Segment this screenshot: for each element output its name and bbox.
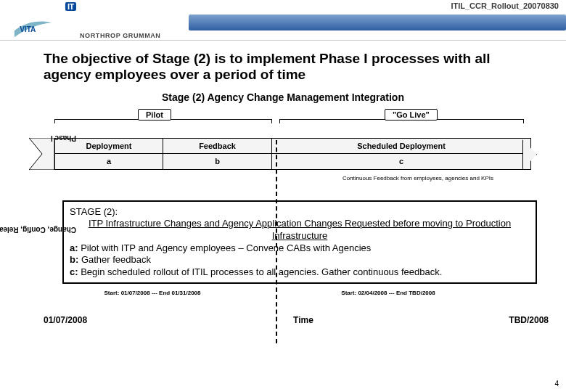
segment-c-top: Scheduled Deployment bbox=[272, 139, 530, 154]
axis-label: Time bbox=[131, 315, 476, 325]
vita-partnership-logo: IT bbox=[65, 2, 78, 11]
svg-text:VITA: VITA bbox=[20, 25, 36, 33]
pilot-date-range: Start: 01/07/2008 --- End 01/31/2008 bbox=[65, 290, 239, 296]
stage-description-box: STAGE (2): ITP Infrastructure Changes an… bbox=[62, 200, 537, 285]
timeline-chart: Pilot "Go Live" Deployment a Feedback b … bbox=[29, 106, 537, 193]
segment-c-bottom: c bbox=[272, 153, 530, 169]
stage-box-title: STAGE (2): bbox=[70, 206, 530, 219]
northrop-grumman-logo: NORTHROP GRUMMAN bbox=[80, 32, 160, 39]
arrow-body: Deployment a Feedback b Scheduled Deploy… bbox=[54, 138, 531, 170]
chart-title: Stage (2) Agency Change Management Integ… bbox=[0, 91, 566, 103]
slide-header: ITIL_CCR_Rollout_20070830 IT NORTHROP GR… bbox=[0, 0, 566, 41]
time-axis: 01/07/2008 Time TBD/2008 bbox=[44, 315, 549, 325]
golive-date-range: Start: 02/04/2008 --- End TBD/2008 bbox=[239, 290, 537, 296]
page-number: 4 bbox=[554, 380, 559, 388]
stage-step-a: a: Pilot with ITP and Agency employees –… bbox=[70, 242, 530, 255]
segment-a: Deployment a bbox=[54, 138, 163, 170]
stage-box-subtitle: ITP Infrastructure Changes and Agency Ap… bbox=[70, 218, 530, 242]
segment-b-top: Feedback bbox=[163, 139, 271, 154]
stage-description-row: Change, Config, Release Phase I STAGE (2… bbox=[44, 200, 537, 285]
segment-a-bottom: a bbox=[55, 153, 163, 169]
slide-headline: The objective of Stage (2) is to impleme… bbox=[44, 51, 537, 83]
segment-c: Scheduled Deployment c bbox=[272, 138, 531, 170]
date-range-row: Start: 01/07/2008 --- End 01/31/2008 Sta… bbox=[65, 290, 537, 296]
segment-b: Feedback b bbox=[163, 138, 272, 170]
phase-rotated-label: Change, Config, Release Phase I bbox=[44, 200, 62, 285]
golive-label: "Go Live" bbox=[385, 109, 438, 121]
pilot-label: Pilot bbox=[138, 109, 171, 121]
document-id: ITIL_CCR_Rollout_20070830 bbox=[451, 1, 559, 10]
axis-end-date: TBD/2008 bbox=[476, 315, 549, 325]
stage-step-b: b: Gather feedback bbox=[70, 254, 530, 266]
continuous-feedback-note: Continuous Feedback from employees, agen… bbox=[343, 175, 493, 181]
segment-b-bottom: b bbox=[163, 153, 271, 169]
logo-mark-icon: IT bbox=[65, 2, 76, 11]
header-decorative-bar bbox=[189, 15, 566, 30]
divider-vline bbox=[276, 140, 277, 343]
axis-start-date: 01/07/2008 bbox=[44, 315, 131, 325]
stage-step-c: c: Begin scheduled rollout of ITIL proce… bbox=[70, 266, 530, 279]
vita-swoosh-icon: VITA bbox=[13, 16, 53, 45]
